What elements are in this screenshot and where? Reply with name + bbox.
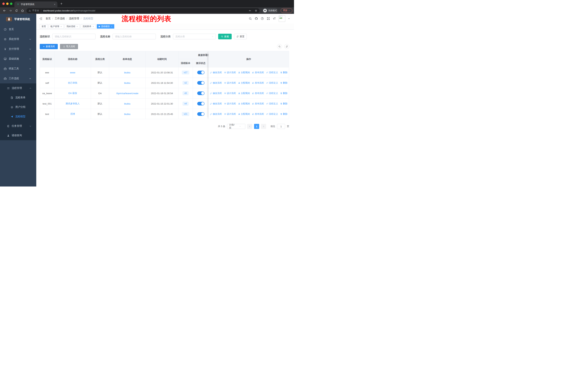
sidebar-item-流程表单[interactable]: 流程表单 — [0, 93, 36, 102]
page-size-select[interactable]: 10条/页 — [227, 124, 245, 129]
reload-icon[interactable] — [15, 9, 18, 12]
active-toggle[interactable] — [197, 102, 205, 105]
process-name-link[interactable]: eeee — [70, 71, 75, 74]
maximize-window-button[interactable] — [10, 2, 12, 5]
forward-icon[interactable] — [9, 9, 12, 12]
tag-流程表单[interactable]: 流程表单 — [81, 24, 96, 29]
kebab-menu-icon[interactable] — [288, 10, 290, 12]
action-分配规则[interactable]: 分配规则 — [238, 92, 250, 95]
form-info-link[interactable]: biubiu — [124, 71, 130, 74]
bookmark-star-icon[interactable] — [255, 9, 257, 12]
fullscreen-icon[interactable] — [267, 17, 270, 20]
goto-page-input[interactable] — [277, 124, 285, 129]
version-badge[interactable]: v17 — [182, 71, 189, 74]
action-分配规则[interactable]: 分配规则 — [238, 112, 250, 116]
action-流程定义[interactable]: 流程定义 — [266, 92, 278, 95]
browser-tab[interactable]: 芋道管理系统 — [14, 1, 57, 7]
sidebar-item-首页[interactable]: 首页 — [0, 24, 36, 34]
action-流程定义[interactable]: 流程定义 — [266, 71, 278, 74]
sidebar-fold-icon[interactable] — [39, 17, 42, 20]
filter-category-select[interactable]: 流程分类 — [173, 34, 216, 39]
import-process-button[interactable]: 导入流程 — [60, 44, 78, 49]
filter-key-input[interactable] — [52, 34, 95, 39]
action-删除[interactable]: 删除 — [280, 71, 287, 74]
minimize-window-button[interactable] — [6, 2, 9, 5]
tag-流程模型[interactable]: 流程模型 — [97, 24, 114, 29]
action-分配规则[interactable]: 分配规则 — [238, 102, 250, 105]
action-分配规则[interactable]: 分配规则 — [238, 71, 250, 74]
action-设计流程[interactable]: 设计流程 — [224, 81, 236, 84]
breadcrumb-process-manage[interactable]: 流程管理 — [69, 17, 79, 20]
search-icon[interactable] — [249, 17, 252, 20]
action-删除[interactable]: 删除 — [280, 102, 287, 105]
tag-租户管理[interactable]: 租户管理 — [49, 24, 64, 29]
action-修改流程[interactable]: 修改流程 — [210, 92, 222, 95]
help-icon[interactable] — [261, 17, 264, 20]
action-发布流程[interactable]: 发布流程 — [252, 112, 264, 116]
action-设计流程[interactable]: 设计流程 — [224, 92, 236, 95]
font-size-icon[interactable] — [273, 17, 276, 20]
toggle-search-button[interactable] — [277, 44, 282, 49]
process-name-link[interactable]: OA 请假 — [68, 92, 77, 95]
sidebar-item-请假查询[interactable]: 请假查询 — [0, 131, 36, 140]
tab-close-icon[interactable] — [54, 3, 56, 5]
breadcrumb-home[interactable]: 首页 — [46, 17, 51, 20]
tag-close-icon[interactable] — [92, 26, 94, 27]
active-toggle[interactable] — [197, 81, 205, 85]
sidebar-item-支付管理[interactable]: 支付管理 — [0, 44, 36, 54]
sidebar-item-研发工具[interactable]: 研发工具 — [0, 64, 36, 74]
tag-我的流程[interactable]: 我的流程 — [65, 24, 80, 29]
close-window-button[interactable] — [2, 2, 5, 5]
version-badge[interactable]: v21 — [182, 112, 189, 116]
action-流程定义[interactable]: 流程定义 — [266, 81, 278, 84]
breadcrumb-workflow[interactable]: 工作流程 — [55, 17, 65, 20]
process-name-link[interactable]: 滔博 — [70, 112, 75, 116]
active-toggle[interactable] — [197, 91, 205, 95]
tag-close-icon[interactable] — [111, 26, 113, 27]
action-修改流程[interactable]: 修改流程 — [210, 81, 222, 84]
version-badge[interactable]: v5 — [183, 91, 189, 95]
sidebar-item-基础设施[interactable]: 基础设施 — [0, 54, 36, 64]
version-badge[interactable]: v4 — [183, 102, 189, 105]
form-info-link[interactable]: biubiu — [124, 81, 130, 84]
action-流程定义[interactable]: 流程定义 — [266, 102, 278, 105]
back-icon[interactable] — [3, 9, 6, 12]
action-发布流程[interactable]: 发布流程 — [252, 102, 264, 105]
key-icon[interactable] — [249, 9, 251, 12]
action-删除[interactable]: 删除 — [280, 81, 287, 84]
avatar[interactable] — [279, 15, 285, 22]
action-设计流程[interactable]: 设计流程 — [224, 102, 236, 105]
action-发布流程[interactable]: 发布流程 — [252, 71, 264, 74]
filter-name-input[interactable] — [113, 34, 156, 39]
action-发布流程[interactable]: 发布流程 — [252, 92, 264, 95]
caret-down-icon[interactable] — [288, 18, 290, 20]
form-info-link[interactable]: /bpm/oa/leave/create — [116, 92, 138, 95]
refresh-table-button[interactable] — [284, 44, 289, 49]
tag-首页[interactable]: 首页 — [40, 24, 48, 29]
security-label[interactable]: 不安全 — [32, 9, 39, 12]
url-bar[interactable]: 不安全 dashboard.yudao.iocoder.cn /bpm/mana… — [26, 8, 260, 13]
action-流程定义[interactable]: 流程定义 — [266, 112, 278, 116]
action-分配规则[interactable]: 分配规则 — [238, 81, 250, 84]
new-tab-button[interactable] — [60, 2, 63, 5]
tag-close-icon[interactable] — [76, 26, 78, 27]
search-button[interactable]: 搜索 — [218, 34, 232, 39]
active-toggle[interactable] — [197, 112, 205, 116]
create-process-button[interactable]: 新建流程 — [40, 44, 58, 49]
form-info-link[interactable]: biubiu — [124, 113, 130, 115]
action-发布流程[interactable]: 发布流程 — [252, 81, 264, 84]
action-修改流程[interactable]: 修改流程 — [210, 112, 222, 116]
update-button[interactable]: 更新 — [281, 8, 292, 13]
action-删除[interactable]: 删除 — [280, 92, 287, 95]
sidebar-item-工作流程[interactable]: 工作流程 — [0, 74, 36, 83]
action-设计流程[interactable]: 设计流程 — [224, 112, 236, 116]
action-修改流程[interactable]: 修改流程 — [210, 102, 222, 105]
app-logo[interactable]: 芋道管理系统 — [0, 14, 36, 24]
tag-close-icon[interactable] — [60, 26, 62, 27]
process-name-link[interactable]: 自己审批 — [68, 81, 77, 84]
active-toggle[interactable] — [197, 71, 205, 74]
sidebar-item-任务管理[interactable]: 任务管理 — [0, 121, 36, 131]
action-修改流程[interactable]: 修改流程 — [210, 71, 222, 74]
github-icon[interactable] — [255, 17, 258, 20]
reset-button[interactable]: 重置 — [234, 34, 247, 39]
